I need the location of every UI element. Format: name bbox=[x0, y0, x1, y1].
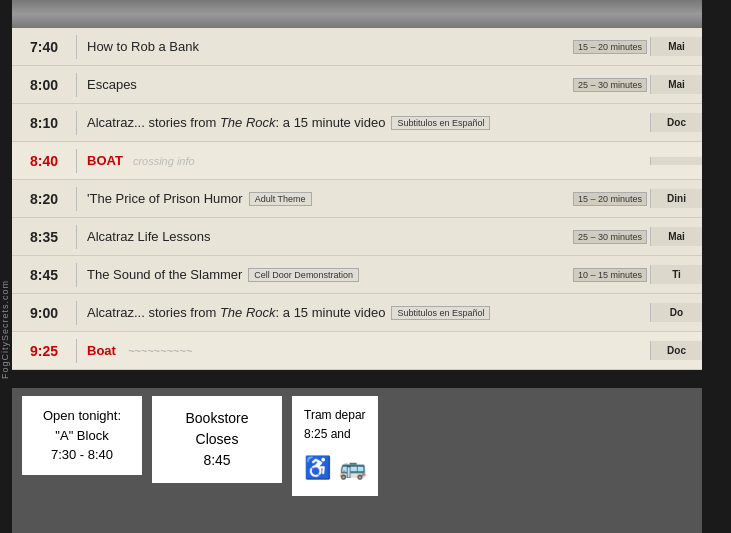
title-cell: Alcatraz... stories from The Rock: a 15 … bbox=[77, 111, 650, 134]
table-row: 7:40 How to Rob a Bank 15 – 20 minutes M… bbox=[12, 28, 702, 66]
location-cell: Mai bbox=[650, 227, 702, 246]
tram-line2: 8:25 and bbox=[304, 425, 366, 444]
bookstore-line1: Bookstore bbox=[168, 408, 266, 429]
main-container: FogCitySecrets.com 7:40 How to Rob a Ban… bbox=[0, 0, 731, 533]
ceiling-strip bbox=[12, 0, 702, 28]
bus-icon: 🚌 bbox=[339, 450, 366, 485]
show-title: 'The Price of Prison Humor bbox=[87, 191, 243, 206]
notices-area: Open tonight: "A" Block 7:30 - 8:40 Book… bbox=[12, 388, 702, 533]
notice-tram: Tram depar 8:25 and ♿ 🚌 bbox=[292, 396, 378, 496]
time-cell-red: 9:25 bbox=[12, 339, 77, 363]
show-title: Alcatraz Life Lessons bbox=[87, 229, 211, 244]
boat-label: BOAT bbox=[87, 153, 123, 168]
subtitle-tag: Subtitulos en Español bbox=[391, 116, 490, 130]
location-cell: Mai bbox=[650, 75, 702, 94]
time-cell: 8:20 bbox=[12, 187, 77, 211]
subtitle-tag: Subtitulos en Español bbox=[391, 306, 490, 320]
table-row: 9:00 Alcatraz... stories from The Rock: … bbox=[12, 294, 702, 332]
tram-icons: ♿ 🚌 bbox=[304, 450, 366, 485]
location-cell: Doc bbox=[650, 113, 702, 132]
time-cell: 9:00 bbox=[12, 301, 77, 325]
watermark: FogCitySecrets.com bbox=[0, 280, 10, 379]
duration-badge: 15 – 20 minutes bbox=[573, 192, 647, 206]
table-row: 8:20 'The Price of Prison Humor Adult Th… bbox=[12, 180, 702, 218]
duration-badge: 15 – 20 minutes bbox=[573, 40, 647, 54]
show-title: Escapes bbox=[87, 77, 137, 92]
table-row: 8:35 Alcatraz Life Lessons 25 – 30 minut… bbox=[12, 218, 702, 256]
time-cell: 8:45 bbox=[12, 263, 77, 287]
table-row: 8:45 The Sound of the Slammer Cell Door … bbox=[12, 256, 702, 294]
table-row: 8:10 Alcatraz... stories from The Rock: … bbox=[12, 104, 702, 142]
show-title: Alcatraz... stories from The Rock: a 15 … bbox=[87, 305, 385, 320]
duration-badge: 25 – 30 minutes bbox=[573, 230, 647, 244]
time-cell: 8:10 bbox=[12, 111, 77, 135]
duration-badge: 10 – 15 minutes bbox=[573, 268, 647, 282]
title-cell: How to Rob a Bank bbox=[77, 35, 650, 58]
location-cell: Ti bbox=[650, 265, 702, 284]
duration-badge: 25 – 30 minutes bbox=[573, 78, 647, 92]
title-cell: Escapes bbox=[77, 73, 650, 96]
title-cell: Alcatraz Life Lessons bbox=[77, 225, 650, 248]
tram-line1: Tram depar bbox=[304, 406, 366, 425]
time-cell: 8:35 bbox=[12, 225, 77, 249]
location-cell bbox=[650, 157, 702, 165]
boat-crossing-text: crossing info bbox=[133, 155, 195, 167]
table-row: 8:40 BOAT crossing info bbox=[12, 142, 702, 180]
theme-tag: Adult Theme bbox=[249, 192, 312, 206]
location-cell: Mai bbox=[650, 37, 702, 56]
wheelchair-icon: ♿ bbox=[304, 450, 331, 485]
notice-bookstore: Bookstore Closes 8:45 bbox=[152, 396, 282, 483]
location-cell: Dini bbox=[650, 189, 702, 208]
notice-line3: 7:30 - 8:40 bbox=[36, 445, 128, 465]
schedule-board: 7:40 How to Rob a Bank 15 – 20 minutes M… bbox=[12, 28, 702, 370]
boat-crossing-text-2: ~~~~~~~~~~ bbox=[128, 345, 192, 357]
show-title: The Sound of the Slammer bbox=[87, 267, 242, 282]
title-cell: BOAT crossing info bbox=[77, 149, 650, 172]
show-title: Alcatraz... stories from The Rock: a 15 … bbox=[87, 115, 385, 130]
time-cell-red: 8:40 bbox=[12, 149, 77, 173]
boat-label-2: Boat bbox=[87, 343, 116, 358]
title-cell: Alcatraz... stories from The Rock: a 15 … bbox=[77, 301, 650, 324]
bookstore-line2: Closes bbox=[168, 429, 266, 450]
show-title: How to Rob a Bank bbox=[87, 39, 199, 54]
notice-line2: "A" Block bbox=[36, 426, 128, 446]
title-cell: The Sound of the Slammer Cell Door Demon… bbox=[77, 263, 650, 286]
notice-line1: Open tonight: bbox=[36, 406, 128, 426]
location-cell: Doc bbox=[650, 341, 702, 360]
table-row: 8:00 Escapes 25 – 30 minutes Mai bbox=[12, 66, 702, 104]
time-cell: 7:40 bbox=[12, 35, 77, 59]
left-border bbox=[0, 0, 12, 533]
notice-a-block: Open tonight: "A" Block 7:30 - 8:40 bbox=[22, 396, 142, 475]
table-row: 9:25 Boat ~~~~~~~~~~ Doc bbox=[12, 332, 702, 370]
bookstore-line3: 8:45 bbox=[168, 450, 266, 471]
title-cell: 'The Price of Prison Humor Adult Theme bbox=[77, 187, 650, 210]
title-cell: Boat ~~~~~~~~~~ bbox=[77, 339, 650, 362]
time-cell: 8:00 bbox=[12, 73, 77, 97]
location-cell: Do bbox=[650, 303, 702, 322]
demo-tag: Cell Door Demonstration bbox=[248, 268, 359, 282]
